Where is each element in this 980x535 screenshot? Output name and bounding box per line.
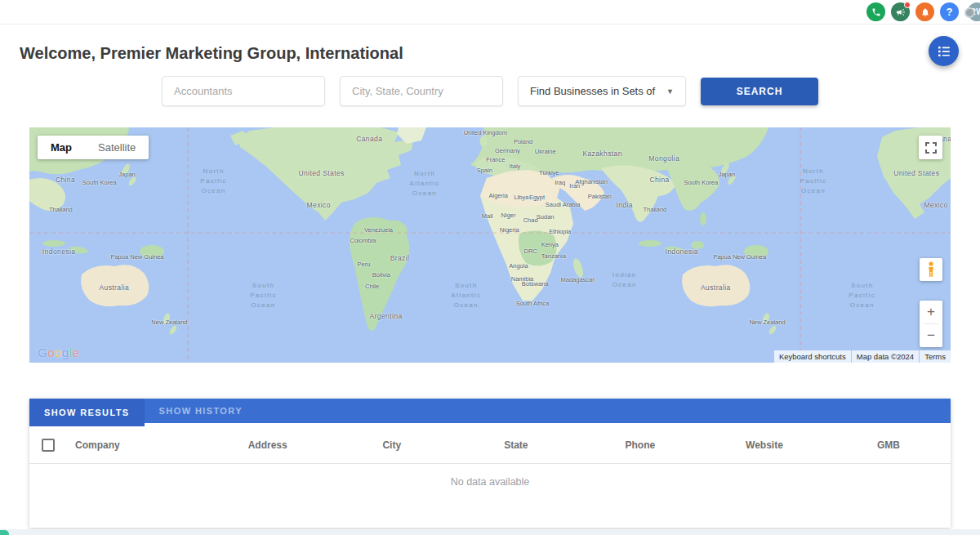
map-type-control: Map Satellite — [38, 136, 149, 159]
keyword-input[interactable] — [162, 76, 325, 106]
world-map-graphic — [29, 127, 951, 363]
fullscreen-icon — [925, 142, 937, 154]
bell-icon[interactable] — [915, 2, 934, 21]
google-logo[interactable]: Google — [38, 346, 79, 359]
column-header-website: Website — [702, 439, 826, 451]
terms-link[interactable]: Terms — [920, 350, 951, 363]
megaphone-icon[interactable] — [891, 2, 910, 21]
bottom-strip — [0, 529, 980, 535]
bulleted-list-icon — [938, 45, 951, 58]
notification-badge — [904, 2, 911, 8]
results-card: SHOW RESULTS SHOW HISTORY Company Addres… — [29, 399, 951, 528]
results-tab-bar: SHOW RESULTS SHOW HISTORY — [29, 399, 951, 423]
search-button[interactable]: SEARCH — [701, 78, 818, 105]
column-header-phone: Phone — [578, 439, 702, 451]
tab-show-history[interactable]: SHOW HISTORY — [145, 399, 257, 423]
map-view-button[interactable]: Map — [38, 136, 85, 159]
chat-launcher-fragment[interactable] — [0, 530, 9, 535]
pegman-icon — [926, 261, 936, 278]
keyboard-shortcuts-link[interactable]: Keyboard shortcuts — [774, 350, 851, 363]
column-header-address: Address — [206, 439, 330, 451]
sets-dropdown[interactable]: Find Businesses in Sets of ▼ — [518, 76, 686, 106]
select-all-checkbox[interactable] — [42, 439, 55, 452]
results-table-header: Company Address City State Phone Website… — [29, 426, 951, 464]
column-header-company: Company — [75, 439, 206, 451]
column-header-gmb: GMB — [826, 439, 951, 451]
google-map[interactable]: North Pacific OceanNorth Atlantic OceanN… — [29, 127, 951, 363]
sets-dropdown-value: Find Businesses in Sets of — [530, 85, 655, 97]
select-all-cell — [29, 439, 75, 452]
zoom-out-button[interactable]: − — [920, 324, 942, 347]
column-header-state: State — [454, 439, 578, 451]
phone-icon[interactable] — [866, 2, 885, 21]
topbar-icon-group: ? RW — [866, 2, 980, 21]
satellite-view-button[interactable]: Satellite — [85, 136, 149, 159]
fullscreen-button[interactable] — [919, 136, 942, 159]
column-header-city: City — [330, 439, 454, 451]
location-input[interactable] — [340, 76, 503, 106]
search-form: Find Businesses in Sets of ▼ SEARCH — [0, 76, 980, 106]
pegman-button[interactable] — [920, 258, 942, 281]
map-data-label: Map data ©2024 — [852, 350, 919, 363]
page-title: Welcome, Premier Marketing Group, Intern… — [0, 25, 980, 63]
empty-state-message: No data available — [29, 464, 951, 500]
zoom-control: + − — [920, 301, 942, 347]
chevron-down-icon: ▼ — [666, 87, 674, 96]
grey-badge-icon — [964, 7, 975, 18]
map-attribution: Keyboard shortcuts Map data ©2024 Terms — [774, 350, 951, 363]
zoom-in-button[interactable]: + — [920, 301, 942, 323]
tab-show-results[interactable]: SHOW RESULTS — [29, 399, 145, 426]
top-bar: ? RW — [0, 0, 980, 25]
list-menu-fab[interactable] — [929, 36, 959, 66]
help-icon[interactable]: ? — [940, 2, 959, 21]
